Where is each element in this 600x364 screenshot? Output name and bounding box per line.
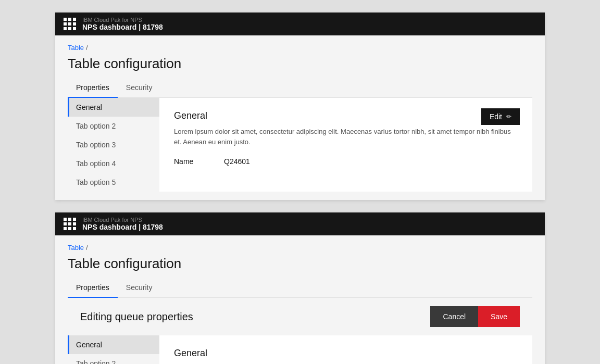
app-subtitle: IBM Cloud Pak for NPS [82,17,163,23]
tabs-bar: Properties Security [68,78,532,98]
app-branding: IBM Cloud Pak for NPS NPS dashboard | 81… [82,17,163,31]
edit-button[interactable]: Edit ✏ [481,108,520,125]
sidebar-item-general[interactable]: General [68,98,159,117]
breadcrumb-2: Table / [68,244,532,252]
content-area-edit: Table / Table configuration Properties S… [55,235,545,364]
editing-header: Editing queue properties Cancel Save [68,298,532,335]
field-value-name: Q24601 [224,157,250,166]
section-title-edit: General [174,348,518,359]
sidebar-item-tab5[interactable]: Tab option 5 [68,173,159,192]
sidebar-item-tab3[interactable]: Tab option 3 [68,135,159,154]
section-content-edit: General Lorem ipsum dolor sit amet, cons… [159,335,532,364]
grid-icon [64,18,76,30]
page-title: Table configuration [68,56,532,72]
breadcrumb-separator: / [86,44,88,52]
section-title-view: General [174,110,518,121]
breadcrumb-link-2[interactable]: Table [68,244,84,252]
editing-title: Editing queue properties [80,311,193,323]
tab-properties[interactable]: Properties [68,78,118,98]
tab-security[interactable]: Security [118,78,161,98]
content-area-view: Table / Table configuration Properties S… [55,35,545,200]
breadcrumb-separator-2: / [86,244,88,252]
app-subtitle-2: IBM Cloud Pak for NPS [82,217,163,223]
cancel-button[interactable]: Cancel [430,306,478,327]
card-edit-mode: IBM Cloud Pak for NPS NPS dashboard | 81… [55,212,545,364]
page-title-2: Table configuration [68,256,532,272]
field-row-name: Name Q24601 [174,157,518,166]
grid-icon-2 [64,218,76,230]
app-branding-2: IBM Cloud Pak for NPS NPS dashboard | 81… [82,217,163,231]
save-button[interactable]: Save [478,306,520,327]
sidebar-item-general-2[interactable]: General [68,335,159,354]
top-bar-2: IBM Cloud Pak for NPS NPS dashboard | 81… [55,212,545,235]
app-title: NPS dashboard | 81798 [82,23,163,31]
tabs-bar-2: Properties Security [68,278,532,298]
breadcrumb-link[interactable]: Table [68,44,84,52]
edit-icon: ✏ [506,113,511,120]
editing-actions: Cancel Save [430,306,520,327]
sidebar-item-tab2[interactable]: Tab option 2 [68,117,159,135]
top-bar: IBM Cloud Pak for NPS NPS dashboard | 81… [55,12,545,35]
card-view-mode: IBM Cloud Pak for NPS NPS dashboard | 81… [55,12,545,200]
edit-button-label: Edit [490,112,502,121]
breadcrumb: Table / [68,44,532,52]
sidebar-view: General Tab option 2 Tab option 3 Tab op… [68,98,159,192]
tab-properties-2[interactable]: Properties [68,278,118,298]
section-description-view: Lorem ipsum dolor sit amet, consectetur … [174,127,518,147]
section-content-view: Edit ✏ General Lorem ipsum dolor sit ame… [159,98,532,192]
field-label-name: Name [174,157,216,166]
tab-security-2[interactable]: Security [118,278,161,298]
main-layout-view: General Tab option 2 Tab option 3 Tab op… [68,98,532,192]
sidebar-item-tab4[interactable]: Tab option 4 [68,154,159,173]
main-layout-edit: General Tab option 2 Tab option 3 Tab op… [68,335,532,364]
sidebar-item-tab2-2[interactable]: Tab option 2 [68,354,159,364]
sidebar-edit: General Tab option 2 Tab option 3 Tab op… [68,335,159,364]
app-title-2: NPS dashboard | 81798 [82,223,163,231]
